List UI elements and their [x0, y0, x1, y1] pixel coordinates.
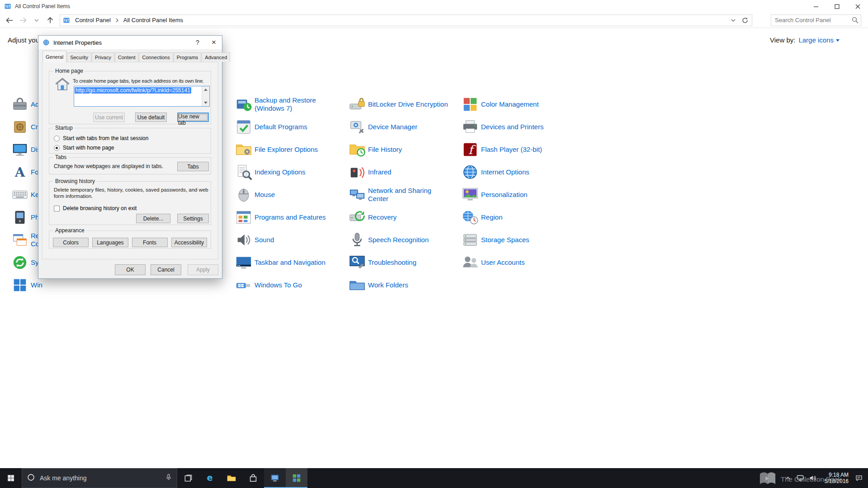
volume-tray-icon[interactable] — [808, 474, 816, 482]
start-with-home-page-option[interactable]: Start with home page — [54, 145, 114, 151]
cortana-search-box[interactable]: Ask me anything — [22, 468, 177, 488]
dialog-tab-security[interactable]: Security — [67, 52, 91, 62]
settings-button[interactable]: Settings — [177, 214, 209, 223]
refresh-button[interactable] — [739, 15, 751, 26]
use-new-tab-button[interactable]: Use new tab — [177, 113, 209, 122]
tabs-button[interactable]: Tabs — [177, 162, 209, 171]
cp-item-flash-player[interactable]: fFlash Player (32-bit) — [461, 141, 542, 159]
taskbar-app-file-explorer[interactable] — [221, 468, 242, 488]
start-with-tabs-option[interactable]: Start with tabs from the last session — [54, 135, 148, 141]
address-dropdown-icon[interactable] — [727, 15, 739, 26]
languages-button[interactable]: Languages — [92, 238, 128, 247]
cp-item-device-manager[interactable]: Device Manager — [348, 118, 417, 136]
cp-item-file-explorer-options[interactable]: File Explorer Options — [235, 141, 318, 159]
cp-item-label: Internet Options — [479, 168, 529, 176]
search-box[interactable] — [771, 14, 861, 26]
colors-button[interactable]: Colors — [53, 238, 89, 247]
homepage-url-textarea[interactable]: http://go.microsoft.com/fwlink/p/?LinkId… — [74, 86, 210, 107]
apply-button[interactable]: Apply — [188, 264, 218, 275]
close-button[interactable] — [847, 0, 868, 13]
start-button[interactable] — [0, 468, 22, 488]
minimize-button[interactable] — [806, 0, 826, 13]
breadcrumb-all-control-panel-items[interactable]: All Control Panel Items — [120, 15, 186, 26]
cp-item-default-programs[interactable]: Default Programs — [235, 118, 307, 136]
cp-item-bitlocker[interactable]: BitLocker Drive Encryption — [348, 95, 448, 113]
taskbar-app-edge[interactable]: e — [199, 468, 221, 488]
cp-item-fonts[interactable]: AFor — [11, 163, 41, 181]
textarea-scrollbar[interactable] — [202, 86, 209, 106]
cp-item-windows-item[interactable]: Win — [11, 276, 42, 294]
taskbar-app-store[interactable] — [242, 468, 264, 488]
recovery-icon — [348, 208, 366, 226]
view-by-value[interactable]: Large icons — [798, 36, 840, 44]
cp-item-recovery[interactable]: Recovery — [348, 208, 396, 226]
cp-item-display[interactable]: Dis — [11, 141, 41, 159]
dialog-tab-programs[interactable]: Programs — [174, 52, 202, 62]
cp-item-work-folders[interactable]: Work Folders — [348, 276, 408, 294]
cp-item-sound[interactable]: Sound — [235, 231, 274, 249]
cp-item-taskbar-navigation[interactable]: Taskbar and Navigation — [235, 253, 326, 272]
breadcrumb-control-panel[interactable]: Control Panel — [72, 15, 114, 26]
accessibility-button[interactable]: Accessibility — [171, 238, 207, 247]
radio-unselected-icon[interactable] — [54, 136, 60, 141]
cp-item-region[interactable]: Region — [461, 208, 503, 226]
dialog-tab-privacy[interactable]: Privacy — [92, 52, 114, 62]
cp-item-backup-restore[interactable]: Backup and Restore (Windows 7) — [235, 95, 316, 113]
hidden-icons-chevron-icon[interactable] — [784, 474, 792, 482]
cp-item-devices-printers[interactable]: Devices and Printers — [461, 118, 543, 136]
maximize-button[interactable] — [826, 0, 847, 13]
dialog-tab-advanced[interactable]: Advanced — [202, 52, 230, 62]
up-button[interactable] — [43, 14, 57, 27]
dialog-tab-connections[interactable]: Connections — [139, 52, 173, 62]
cp-item-mouse[interactable]: Mouse — [235, 186, 275, 204]
recent-locations-chevron-icon[interactable] — [30, 14, 43, 27]
dialog-close-button[interactable]: × — [206, 36, 222, 49]
checkbox-unchecked-icon[interactable] — [54, 206, 60, 211]
dialog-tab-general[interactable]: General — [42, 51, 66, 62]
scroll-up-icon[interactable] — [204, 89, 208, 91]
cp-item-internet-options[interactable]: Internet Options — [461, 163, 529, 181]
dialog-titlebar[interactable]: Internet Properties ? × — [38, 36, 222, 49]
dialog-help-button[interactable]: ? — [189, 36, 206, 49]
use-default-button[interactable]: Use default — [135, 113, 167, 122]
cp-item-infrared[interactable]: Infrared — [348, 163, 392, 181]
fonts-button[interactable]: Fonts — [132, 238, 168, 247]
action-center-button[interactable] — [853, 468, 865, 488]
forward-button[interactable] — [16, 14, 30, 27]
cp-item-troubleshooting[interactable]: Troubleshooting — [348, 253, 416, 272]
browsing-history-group: Browsing history Delete temporary files,… — [49, 181, 211, 225]
cp-item-credential-manager[interactable]: Cre — [11, 118, 42, 136]
cancel-button[interactable]: Cancel — [151, 264, 181, 275]
cp-item-label: Indexing Options — [253, 168, 306, 176]
taskbar-clock[interactable]: 9:18 AM 5/18/2016 — [821, 472, 849, 484]
search-icon[interactable] — [852, 17, 859, 25]
microphone-icon[interactable] — [165, 473, 172, 483]
cp-item-user-accounts[interactable]: User Accounts — [461, 253, 525, 272]
address-bar[interactable]: Control Panel All Control Panel Items — [60, 14, 752, 26]
ok-button[interactable]: OK — [115, 264, 146, 275]
cp-item-indexing-options[interactable]: Indexing Options — [235, 163, 306, 181]
cp-item-network-sharing[interactable]: Network and Sharing Center — [348, 186, 431, 204]
radio-selected-icon[interactable] — [54, 145, 60, 151]
search-input[interactable] — [771, 15, 861, 26]
dialog-tab-content[interactable]: Content — [115, 52, 139, 62]
cp-item-color-management[interactable]: Color Management — [461, 95, 539, 113]
breadcrumb-chevron-icon[interactable] — [114, 18, 120, 23]
cp-item-personalization[interactable]: Personalization — [461, 186, 528, 204]
cp-item-storage-spaces[interactable]: Storage Spaces — [461, 231, 529, 249]
delete-button[interactable]: Delete... — [136, 214, 170, 223]
cp-item-label: Region — [479, 213, 503, 221]
network-tray-icon[interactable] — [796, 474, 804, 482]
cp-item-programs-features[interactable]: Programs and Features — [235, 208, 326, 226]
cp-item-label: Taskbar and Navigation — [253, 258, 326, 267]
cp-item-windows-to-go[interactable]: Windows To Go — [235, 276, 302, 294]
back-button[interactable] — [3, 14, 16, 27]
cp-item-speech-recognition[interactable]: Speech Recognition — [348, 231, 429, 249]
taskbar-app-app-window[interactable] — [264, 468, 286, 488]
taskbar-app-control-panel[interactable] — [286, 468, 307, 488]
use-current-button[interactable]: Use current — [93, 113, 125, 122]
scroll-down-icon[interactable] — [204, 102, 208, 104]
cp-item-file-history[interactable]: File History — [348, 141, 402, 159]
task-view-button[interactable] — [177, 468, 199, 488]
delete-history-on-exit-option[interactable]: Delete browsing history on exit — [54, 205, 137, 211]
